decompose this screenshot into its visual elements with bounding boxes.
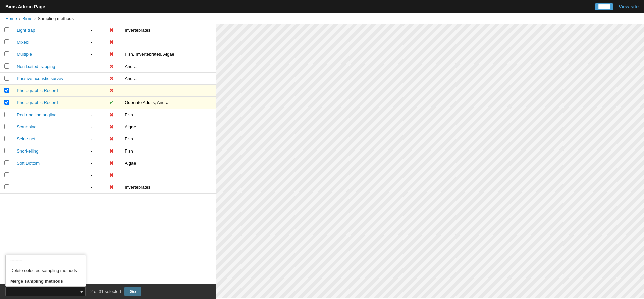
row-checkbox[interactable] <box>4 27 9 32</box>
table-row: Non-baited trapping-✖Anura <box>0 60 216 73</box>
row-col3: - <box>81 48 101 60</box>
sampling-methods-table: Light trap-✖InvertebratesMixed-✖Multiple… <box>0 24 216 194</box>
table-row: Scrubbing-✖Algae <box>0 121 216 133</box>
action-dropdown-wrapper: --------- Delete selected sampling metho… <box>5 287 86 296</box>
table-row: Light trap-✖Invertebrates <box>0 24 216 36</box>
table-row: Mixed-✖ <box>0 36 216 48</box>
table-row: Photographic Record-✖ <box>0 85 216 97</box>
row-checkbox[interactable] <box>4 184 9 189</box>
row-col3: - <box>81 24 101 36</box>
breadcrumb: Home › Bims › Sampling methods <box>0 13 644 24</box>
pattern-area <box>216 24 644 298</box>
action-select[interactable]: --------- Delete selected sampling metho… <box>5 287 86 296</box>
row-name-link[interactable]: Rod and line angling <box>17 112 57 117</box>
row-col3: - <box>81 133 101 145</box>
row-checkbox[interactable] <box>4 51 9 56</box>
row-checkbox[interactable] <box>4 88 9 93</box>
row-name-link[interactable]: Mixed <box>17 40 29 45</box>
row-col3: - <box>81 73 101 85</box>
table-row: Rod and line angling-✖Fish <box>0 109 216 121</box>
row-taxa: Fish <box>121 109 216 121</box>
row-checkbox[interactable] <box>4 124 9 129</box>
view-site-link[interactable]: View site <box>619 4 639 9</box>
row-checkbox[interactable] <box>4 172 9 177</box>
dropdown-menu: --------- Delete selected sampling metho… <box>5 255 86 287</box>
breadcrumb-current: Sampling methods <box>38 16 74 21</box>
row-checkbox[interactable] <box>4 136 9 141</box>
inactive-icon: ✖ <box>109 27 114 33</box>
dropdown-menu-item-delete[interactable]: Delete selected sampling methods <box>6 265 86 276</box>
row-checkbox[interactable] <box>4 63 9 69</box>
row-taxa: Algae <box>121 121 216 133</box>
main-container: Light trap-✖InvertebratesMixed-✖Multiple… <box>0 24 644 298</box>
row-name-link[interactable]: Multiple <box>17 52 32 57</box>
row-name-link[interactable]: Light trap <box>17 28 35 33</box>
dropdown-menu-separator: --------- <box>6 255 86 265</box>
row-name-link[interactable]: Seine net <box>17 136 35 141</box>
breadcrumb-sep-2: › <box>34 16 36 21</box>
page-title: Bims Admin Page <box>5 4 45 9</box>
row-taxa: Anura <box>121 60 216 73</box>
row-col3: - <box>81 60 101 73</box>
dropdown-menu-item-merge[interactable]: Merge sampling methods <box>6 276 86 286</box>
row-col3: - <box>81 157 101 169</box>
table-row: Seine net-✖Fish <box>0 133 216 145</box>
table-row: -✖Invertebrates <box>0 181 216 194</box>
row-col3: - <box>81 145 101 157</box>
header: Bims Admin Page ████ View site <box>0 0 644 13</box>
user-pill: ████ <box>595 3 613 10</box>
row-name-link[interactable]: Passive acoustic survey <box>17 76 63 81</box>
row-taxa <box>121 169 216 181</box>
row-checkbox[interactable] <box>4 39 9 44</box>
row-checkbox[interactable] <box>4 76 9 81</box>
row-taxa: Odonate Adults, Anura <box>121 97 216 109</box>
table-row: Soft Bottom-✖Algae <box>0 157 216 169</box>
inactive-icon: ✖ <box>109 112 114 118</box>
row-name-link[interactable]: Snorkelling <box>17 148 38 154</box>
row-name-link[interactable]: Photographic Record <box>17 88 58 93</box>
header-right: ████ View site <box>595 3 639 10</box>
active-icon: ✔ <box>109 100 114 105</box>
inactive-icon: ✖ <box>109 76 114 81</box>
breadcrumb-sep-1: › <box>19 16 20 21</box>
row-checkbox[interactable] <box>4 160 9 165</box>
inactive-icon: ✖ <box>109 39 114 45</box>
row-checkbox[interactable] <box>4 100 9 105</box>
row-name-link[interactable]: Photographic Record <box>17 100 58 105</box>
row-checkbox[interactable] <box>4 148 9 153</box>
row-taxa: Fish, Invertebrates, Algae <box>121 48 216 60</box>
breadcrumb-bims[interactable]: Bims <box>22 16 32 21</box>
selected-count: 2 of 31 selected <box>90 289 121 294</box>
row-col3: - <box>81 109 101 121</box>
inactive-icon: ✖ <box>109 63 114 69</box>
row-taxa: Fish <box>121 145 216 157</box>
row-checkbox[interactable] <box>4 112 9 117</box>
inactive-icon: ✖ <box>109 51 114 57</box>
table-row: Snorkelling-✖Fish <box>0 145 216 157</box>
table-row: Passive acoustic survey-✖Anura <box>0 73 216 85</box>
row-col3: - <box>81 85 101 97</box>
inactive-icon: ✖ <box>109 88 114 93</box>
inactive-icon: ✖ <box>109 160 114 166</box>
go-button[interactable]: Go <box>124 287 141 296</box>
inactive-icon: ✖ <box>109 172 114 178</box>
row-taxa: Anura <box>121 73 216 85</box>
row-taxa <box>121 85 216 97</box>
table-row: Multiple-✖Fish, Invertebrates, Algae <box>0 48 216 60</box>
table-row: -✖ <box>0 169 216 181</box>
row-name-link[interactable]: Soft Bottom <box>17 161 40 166</box>
row-taxa: Algae <box>121 157 216 169</box>
table-row: Photographic Record-✔Odonate Adults, Anu… <box>0 97 216 109</box>
breadcrumb-home[interactable]: Home <box>5 16 17 21</box>
row-col3: - <box>81 181 101 194</box>
inactive-icon: ✖ <box>109 184 114 190</box>
row-col3: - <box>81 121 101 133</box>
row-taxa <box>121 36 216 48</box>
row-taxa: Fish <box>121 133 216 145</box>
row-name-link[interactable]: Scrubbing <box>17 124 37 129</box>
row-col3: - <box>81 169 101 181</box>
row-col3: - <box>81 36 101 48</box>
row-col3: - <box>81 97 101 109</box>
row-name-link[interactable]: Non-baited trapping <box>17 64 55 69</box>
action-bar: --------- Delete selected sampling metho… <box>0 284 216 298</box>
